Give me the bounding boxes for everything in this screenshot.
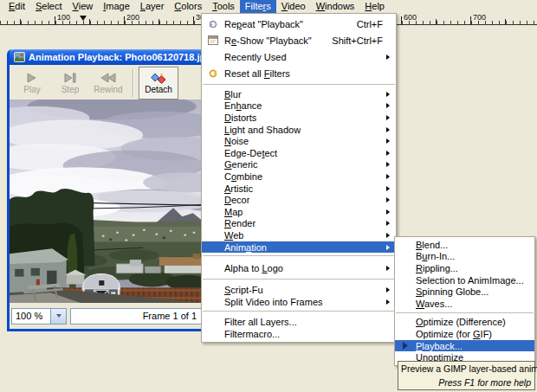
menu-item-label: Burn-In... — [416, 251, 455, 261]
photo-canvas — [10, 100, 204, 303]
rewind-icon — [100, 72, 117, 84]
menu-item-label: Enhance — [224, 100, 262, 111]
rewind-button[interactable]: Rewind — [89, 67, 127, 100]
reshow-icon — [202, 35, 224, 45]
menu-item-combine[interactable]: Combine — [202, 170, 396, 183]
menubar-item-view[interactable]: View — [68, 0, 99, 13]
menu-item-blend[interactable]: Blend... — [395, 239, 534, 251]
window-title: Animation Playback: Photo06120718.jpg — [29, 52, 204, 62]
submenu-arrow-icon — [386, 151, 396, 156]
menu-item-label: Web — [224, 230, 243, 241]
menu-item-label: Distorts — [224, 112, 256, 123]
menu-item-label: Reset all Filters — [224, 68, 290, 79]
menubar-item-edit[interactable]: Edit — [3, 0, 30, 13]
menu-separator — [203, 279, 395, 280]
submenu-arrow-icon — [386, 221, 396, 226]
menu-item-decor[interactable]: Decor — [202, 194, 396, 206]
menu-item-label: Waves... — [416, 299, 452, 309]
menubar-item-colors[interactable]: Colors — [169, 0, 207, 13]
tool-label: Rewind — [94, 85, 122, 94]
tooltip-text: Preview a GIMP layer-based animation — [398, 362, 534, 374]
ruler-label: 100 — [57, 13, 70, 22]
frame-status: Frame 1 of 1 — [70, 308, 202, 325]
animation-submenu: Blend...Burn-In...Rippling...Selection t… — [394, 236, 535, 366]
menu-item-label: Split Video into Frames — [224, 297, 323, 307]
menu-item-split-video-into-frames[interactable]: Split Video into Frames — [202, 296, 396, 309]
menu-item-generic[interactable]: Generic — [202, 159, 396, 171]
submenu-arrow-icon — [386, 138, 396, 144]
submenu-arrow-icon — [386, 209, 396, 215]
submenu-arrow-icon — [386, 174, 396, 179]
menubar-item-windows[interactable]: Windows — [311, 0, 360, 13]
menu-item-label: Blur — [224, 89, 242, 100]
step-button[interactable]: Step — [51, 67, 89, 100]
menu-item-label: Recently Used — [224, 52, 287, 62]
tool-label: Step — [61, 85, 80, 94]
menu-item-waves[interactable]: Waves... — [395, 298, 534, 310]
menu-item-label: Selection to AnimImage... — [416, 275, 524, 286]
menu-item-render[interactable]: Render — [202, 218, 396, 230]
menu-item-edge-detect[interactable]: Edge-Detect — [202, 147, 396, 159]
menu-item-label: Edge-Detect — [224, 148, 277, 158]
menu-item-burn-in[interactable]: Burn-In... — [395, 251, 534, 263]
menubar-item-video[interactable]: Video — [276, 0, 311, 13]
menu-item-selection-to-animimage[interactable]: Selection to AnimImage... — [395, 274, 534, 286]
menu-item-blur[interactable]: Blur — [202, 88, 396, 100]
tooltip: Preview a GIMP layer-based animation Pre… — [398, 361, 535, 390]
menubar-item-layer[interactable]: Layer — [135, 0, 170, 13]
playback-toolbar: PlayStepRewindDetach — [10, 65, 204, 100]
menu-item-playback[interactable]: Playback... — [395, 340, 534, 352]
zoom-value: 100 % — [12, 311, 50, 321]
menu-item-label: Animation — [224, 242, 267, 253]
zoom-select[interactable]: 100 % — [11, 308, 67, 325]
menu-item-distorts[interactable]: Distorts — [202, 112, 396, 124]
menu-item-re-show-playback[interactable]: Re-Show "Playback"Shift+Ctrl+F — [202, 32, 396, 48]
menu-item-label: Alpha to Logo — [224, 263, 283, 273]
menu-item-label: Decor — [224, 195, 249, 205]
play-button[interactable]: Play — [13, 67, 51, 100]
submenu-arrow-icon — [386, 197, 396, 202]
menubar-item-tools[interactable]: Tools — [207, 0, 240, 13]
menu-item-map[interactable]: Map — [202, 206, 396, 218]
menu-separator — [396, 312, 534, 314]
step-icon — [62, 72, 78, 84]
menu-item-label: Blend... — [416, 240, 448, 250]
menu-item-label: Map — [224, 207, 243, 217]
submenu-arrow-icon — [386, 55, 396, 60]
menu-item-optimize-for-gif[interactable]: Optimize (for GIF) — [395, 328, 534, 340]
menu-item-light-and-shadow[interactable]: Light and Shadow — [202, 124, 396, 136]
tooltip-help: Press F1 for more help — [438, 377, 531, 388]
menu-item-web[interactable]: Web — [202, 229, 396, 241]
menu-item-rippling[interactable]: Rippling... — [395, 262, 534, 274]
submenu-arrow-icon — [386, 92, 396, 97]
menu-item-label: Generic — [224, 159, 258, 170]
menu-item-noise[interactable]: Noise — [202, 135, 396, 147]
menu-item-filter-all-layers[interactable]: Filter all Layers... — [202, 315, 396, 328]
menu-item-reset-all-filters[interactable]: Reset all Filters — [202, 65, 396, 81]
menu-item-optimize-difference[interactable]: Optimize (Difference) — [395, 317, 534, 329]
menubar-item-image[interactable]: Image — [98, 0, 135, 13]
menu-item-spinning-globe[interactable]: Spinning Globe... — [395, 286, 534, 298]
menu-item-enhance[interactable]: Enhance — [202, 100, 396, 112]
detach-button[interactable]: Detach — [139, 67, 178, 100]
menu-item-animation[interactable]: Animation — [202, 241, 396, 254]
ruler-label: 600 — [404, 13, 417, 22]
menubar-item-filters[interactable]: Filters — [240, 0, 276, 13]
status-bar: 100 % Frame 1 of 1 — [10, 303, 204, 329]
window-titlebar[interactable]: Animation Playback: Photo06120718.jpg — [10, 49, 204, 65]
chevron-down-icon[interactable] — [50, 309, 66, 324]
submenu-arrow-icon — [386, 162, 396, 167]
menu-separator — [203, 255, 395, 257]
submenu-arrow-icon — [386, 115, 396, 120]
menu-item-filtermacro[interactable]: Filtermacro... — [202, 328, 396, 341]
menu-item-repeat-playback[interactable]: Repeat "Playback"Ctrl+F — [202, 16, 396, 32]
menu-item-artistic[interactable]: Artistic — [202, 183, 396, 195]
menu-item-alpha-to-logo[interactable]: Alpha to Logo — [202, 260, 396, 276]
menu-item-recently-used[interactable]: Recently Used — [202, 48, 396, 65]
menubar-item-help[interactable]: Help — [359, 0, 390, 13]
menu-item-script-fu[interactable]: Script-Fu — [202, 283, 396, 296]
menu-item-label: Noise — [224, 136, 249, 146]
tool-label: Play — [23, 85, 40, 94]
menubar-item-select[interactable]: Select — [30, 0, 68, 13]
menu-item-label: Repeat "Playback" — [224, 19, 303, 29]
